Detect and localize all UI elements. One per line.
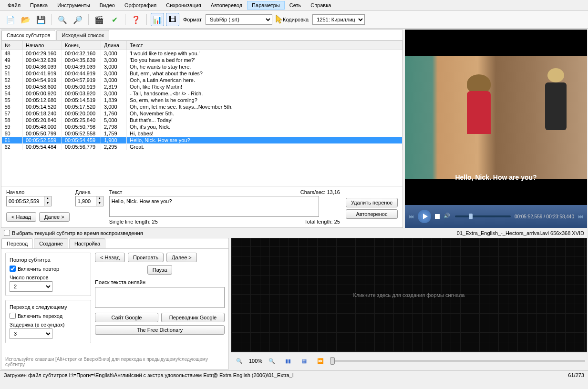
menu-сеть[interactable]: Сеть (285, 1, 306, 10)
search-label: Поиск текста онлайн (95, 279, 225, 285)
start-input[interactable] (6, 196, 44, 206)
col-dur[interactable]: Длина (101, 41, 127, 50)
format-select[interactable]: SubRip (.srt) (206, 14, 272, 25)
dur-down[interactable]: ▼ (96, 201, 103, 206)
enable-repeat-checkbox[interactable]: Включить повтор (10, 266, 87, 272)
wf-next-button[interactable]: ⏩ (314, 354, 327, 368)
keyboard-hint: Используйте клавиши [Alt+стрелки Вверх/В… (1, 355, 228, 369)
col-no[interactable]: № (2, 41, 23, 50)
find-button[interactable]: 🔍 (56, 13, 69, 26)
table-row[interactable]: 5000:04:36,03900:04:39,0393,000Oh, he wa… (2, 63, 402, 70)
save-file-button[interactable]: 💾 (34, 13, 48, 26)
menubar: ФайлПравкаИнструментыВидеоОрфографияСихр… (0, 0, 588, 11)
tab-source-list[interactable]: Исходный список (56, 30, 109, 40)
table-row[interactable]: 5200:04:54,91900:04:57,9193,000Ooh, a La… (2, 77, 402, 83)
table-row[interactable]: 5700:05:18,24000:05:20,0001,760Oh, Novem… (2, 110, 402, 117)
table-row[interactable]: 5400:05:00,92000:05:03,9203,000- Tall, h… (2, 90, 402, 97)
menu-орфография[interactable]: Орфография (120, 1, 161, 10)
bottom-tab-2[interactable]: Настройка (69, 238, 105, 248)
start-up[interactable]: ▲ (44, 196, 51, 201)
dur-up[interactable]: ▲ (96, 196, 103, 201)
google-translate-button[interactable]: Переводчик Google (161, 313, 225, 322)
new-file-button[interactable]: 📄 (4, 13, 17, 26)
col-text[interactable]: Текст (127, 41, 402, 50)
panel-play-button[interactable]: Проиграть (128, 253, 164, 262)
waveform-toggle[interactable]: 📊 (151, 13, 164, 26)
check-button[interactable]: ✔ (108, 13, 121, 26)
waveform-area[interactable]: Кликните здесь для создания формы сигнал… (231, 238, 587, 352)
status-file: Загружен файл субтитров I:\=Проги=\Engli… (4, 372, 294, 378)
menu-параметры[interactable]: Параметры (247, 1, 285, 10)
google-site-button[interactable]: Сайт Google (95, 313, 158, 322)
table-row[interactable]: 6200:05:54,48400:05:56,7792,295Great. (2, 143, 402, 150)
auto-wrap-button[interactable]: Автоперенос (346, 209, 398, 219)
stop-button[interactable] (435, 214, 440, 219)
col-end[interactable]: Конец (62, 41, 101, 50)
table-row[interactable]: 6000:05:50,79900:05:52,5581,759Hi, babes… (2, 130, 402, 137)
menu-правка[interactable]: Правка (25, 1, 52, 10)
play-button[interactable] (418, 210, 431, 223)
menu-инструменты[interactable]: Инструменты (52, 1, 95, 10)
total-len: Total length: 25 (304, 219, 340, 225)
rewind-button[interactable]: ⏮ (409, 214, 414, 219)
repeat-count-select[interactable]: 2 (10, 281, 52, 292)
menu-справка[interactable]: Справка (306, 1, 336, 10)
start-down[interactable]: ▼ (44, 201, 51, 206)
replace-button[interactable]: 🔎 (71, 13, 84, 26)
tab-subtitle-list[interactable]: Список субтитров (1, 30, 55, 40)
video-toggle[interactable]: 🎞 (166, 13, 179, 26)
back-button[interactable]: < Назад (6, 212, 36, 222)
video-pane: Hello, Nick. How are you? ⏮ 🔊 00:05:52,5… (405, 30, 587, 228)
table-row[interactable]: 5300:04:58,60000:05:00,9192,319Ooh, like… (2, 83, 402, 90)
encoding-select[interactable]: 1251: Кириллица ( (312, 14, 365, 25)
dur-input[interactable] (75, 196, 96, 206)
bottom-tab-0[interactable]: Перевод (1, 238, 33, 248)
player-controls: ⏮ 🔊 00:05:52,559 / 00:23:58,440 ⏭ (405, 205, 587, 228)
start-label: Начало (6, 189, 70, 195)
help-button[interactable]: ❓ (129, 13, 143, 26)
table-row[interactable]: 5800:05:20,84000:05:25,8405,000But that'… (2, 117, 402, 123)
search-input[interactable] (95, 287, 225, 308)
visual-sync-button[interactable]: 🎬 (93, 13, 106, 26)
table-row[interactable]: 5600:05:14,52000:05:17,5203,000Oh, erm, … (2, 103, 402, 110)
menu-сихронизация[interactable]: Сихронизация (161, 1, 206, 10)
zoom-in-button[interactable]: 🔍 (265, 354, 279, 368)
repeat-title: Повтор субтитра (10, 257, 87, 263)
col-start[interactable]: Начало (23, 41, 62, 50)
table-row[interactable]: 4800:04:29,16000:04:32,1603,000'I would … (2, 50, 402, 57)
text-input[interactable]: Hello, Nick. How are you? (109, 196, 319, 217)
enable-goto-checkbox[interactable]: Включить переход (10, 313, 87, 319)
free-dictionary-button[interactable]: The Free Dictionary (95, 325, 225, 335)
cps-label: Chars/sec: 13,16 (300, 189, 340, 195)
dur-label: Длина (75, 189, 103, 195)
subtitle-grid[interactable]: № Начало Конец Длина Текст 4800:04:29,16… (1, 41, 402, 186)
subtitle-list-pane: Список субтитров Исходный список № Начал… (1, 30, 403, 228)
format-label: Формат (183, 17, 202, 22)
video-display[interactable]: Hello, Nick. How are you? (405, 30, 587, 205)
panel-back-button[interactable]: < Назад (95, 253, 125, 262)
table-row[interactable]: 6100:05:52,55900:05:54,4591,900Hello, Ni… (2, 137, 402, 143)
encoding-label: Кодировка (283, 17, 309, 22)
open-file-button[interactable]: 📂 (19, 13, 32, 26)
panel-next-button[interactable]: Далее > (166, 253, 197, 262)
bottom-tab-1[interactable]: Создание (34, 238, 68, 248)
delay-select[interactable]: 3 (10, 328, 52, 339)
table-row[interactable]: 5100:04:41,91900:04:44,9193,000But, erm,… (2, 70, 402, 77)
wf-grid-button[interactable]: ▦ (298, 354, 311, 368)
menu-файл[interactable]: Файл (3, 1, 25, 10)
seek-slider[interactable] (455, 215, 511, 217)
table-row[interactable]: 5900:05:48,00000:05:50,7982,798Oh, it's … (2, 123, 402, 130)
delete-wrap-button[interactable]: Удалить перенос (346, 198, 398, 207)
next-button[interactable]: Далее > (39, 212, 70, 222)
panel-pause-button[interactable]: Пауза (147, 265, 173, 275)
zoom-slider[interactable] (330, 360, 585, 362)
menu-видео[interactable]: Видео (95, 1, 120, 10)
forward-button[interactable]: ⏭ (578, 214, 583, 219)
volume-icon[interactable]: 🔊 (444, 213, 451, 220)
table-row[interactable]: 4900:04:32,63900:04:35,6393,000'Do you h… (2, 57, 402, 63)
table-row[interactable]: 5500:05:12,68000:05:14,5191,839So, erm, … (2, 97, 402, 103)
menu-автоперевод[interactable]: Автоперевод (206, 1, 247, 10)
zoom-out-button[interactable]: 🔍 (233, 354, 246, 368)
select-current-checkbox[interactable]: Выбрать текущий субтитр во время воспрои… (4, 230, 143, 236)
wf-play-button[interactable]: ▮▮ (281, 354, 295, 368)
